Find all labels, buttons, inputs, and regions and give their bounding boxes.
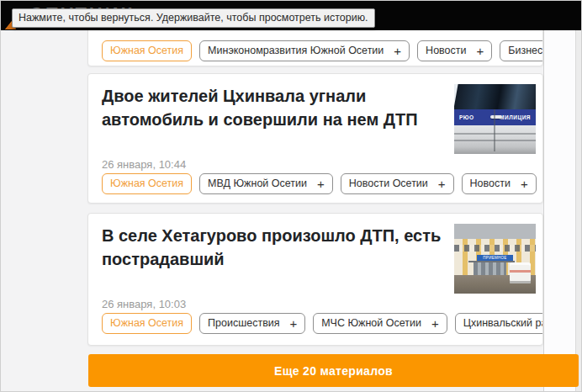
tag-chip[interactable]: Происшествия+ bbox=[199, 313, 305, 334]
article-card: В селе Хетагурово произошло ДТП, есть по… bbox=[87, 213, 543, 346]
article-date: 26 января, 10:03 bbox=[102, 298, 186, 310]
article-card: Двое жителей Цхинвала угнали автомобиль … bbox=[87, 73, 543, 204]
article-thumbnail-hospital[interactable]: ПРИЕМНОЕ ОТДЕЛЕНИЕ bbox=[454, 224, 536, 294]
tag-label: Новости bbox=[470, 174, 511, 193]
article-title[interactable]: В селе Хетагурово произошло ДТП, есть по… bbox=[102, 224, 455, 271]
sky bbox=[454, 224, 536, 239]
tag-label: Южная Осетия bbox=[110, 174, 183, 193]
hospital-windows bbox=[454, 245, 536, 252]
article-date: 26 января, 10:44 bbox=[102, 158, 186, 171]
police-stripe-label: РЮО bbox=[459, 114, 474, 120]
tag-chip[interactable]: Новости+ bbox=[417, 40, 492, 61]
car-windows bbox=[454, 84, 536, 109]
tag-region[interactable]: Южная Осетия bbox=[102, 40, 192, 61]
ambulance-van bbox=[510, 262, 531, 283]
add-icon: + bbox=[477, 41, 484, 61]
tag-label: Южная Осетия bbox=[110, 314, 183, 333]
entrance bbox=[474, 262, 506, 275]
tag-label: Новости bbox=[426, 41, 466, 61]
tag-row: Южная Осетия Происшествия+ МЧС Южной Осе… bbox=[102, 313, 543, 334]
tag-label: Новости Осетии bbox=[349, 174, 428, 193]
scrollbar[interactable] bbox=[575, 30, 581, 392]
tag-chip[interactable]: МЧС Южной Осетии+ bbox=[313, 313, 447, 334]
tag-chip[interactable]: МВД Южной Осетии+ bbox=[199, 173, 333, 194]
article-thumbnail-police-car[interactable]: РЮО МИЛИЦИЯ bbox=[454, 84, 536, 154]
article-title[interactable]: Двое жителей Цхинвала угнали автомобиль … bbox=[102, 84, 455, 131]
car-door-handle bbox=[490, 115, 502, 119]
hospital-sign: ПРИЕМНОЕ ОТДЕЛЕНИЕ bbox=[477, 255, 513, 261]
tag-region[interactable]: Южная Осетия bbox=[102, 173, 192, 194]
tag-region[interactable]: Южная Осетия bbox=[102, 313, 192, 334]
tag-row: Южная Осетия Минэкономразвития Южной Осе… bbox=[102, 40, 543, 61]
add-icon: + bbox=[521, 174, 528, 193]
tag-row: Южная Осетия МВД Южной Осетии+ Новости О… bbox=[102, 173, 537, 194]
tag-chip[interactable]: Новости+ bbox=[462, 173, 537, 194]
tag-label: Происшествия bbox=[208, 314, 279, 333]
tag-chip[interactable]: Бизнес+ bbox=[500, 40, 543, 61]
tag-label: МВД Южной Осетии bbox=[208, 174, 307, 193]
police-stripe-label: МИЛИЦИЯ bbox=[500, 114, 531, 120]
tag-label: Южная Осетия bbox=[110, 41, 183, 61]
tag-label: Цхинвальский район РЮО bbox=[463, 314, 543, 333]
tag-chip[interactable]: Новости Осетии+ bbox=[341, 173, 454, 194]
add-icon: + bbox=[290, 314, 298, 333]
add-icon: + bbox=[317, 174, 325, 193]
add-icon: + bbox=[438, 174, 446, 193]
car-door-line bbox=[494, 109, 495, 151]
add-icon: + bbox=[431, 314, 439, 333]
browser-viewport: Южная Осетия Минэкономразвития Южной Осе… bbox=[0, 0, 582, 392]
tag-chip[interactable]: Минэкономразвития Южной Осетии+ bbox=[199, 40, 410, 61]
add-icon: + bbox=[394, 41, 401, 61]
back-history-tooltip: Нажмите, чтобы вернуться. Удерживайте, ч… bbox=[12, 8, 375, 28]
tag-label: Бизнес bbox=[508, 41, 542, 61]
tag-chip[interactable]: Цхинвальский район РЮО+ bbox=[455, 313, 543, 334]
tag-label: МЧС Южной Осетии bbox=[321, 314, 421, 333]
load-more-button[interactable]: Еще 20 материалов bbox=[88, 354, 579, 387]
tag-label: Минэкономразвития Южной Осетии bbox=[208, 41, 384, 61]
